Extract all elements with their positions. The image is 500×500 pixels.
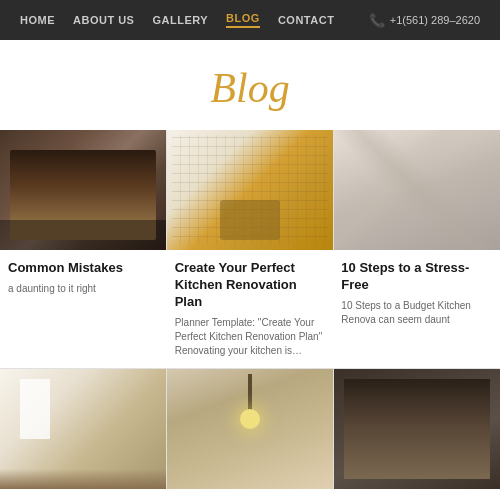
blog-card-4[interactable] <box>0 369 167 489</box>
blog-section: Common Mistakes a daunting to it right C… <box>0 130 500 489</box>
nav-gallery[interactable]: GALLERY <box>152 14 208 26</box>
card-excerpt-2: Planner Template: "Create Your Perfect K… <box>175 316 326 358</box>
card-thumbnail-2 <box>167 130 334 250</box>
phone-icon: 📞 <box>369 13 385 28</box>
blog-row-2 <box>0 369 500 489</box>
blog-card-3[interactable]: 10 Steps to a Stress-Free 10 Steps to a … <box>333 130 500 368</box>
nav-home[interactable]: HOME <box>20 14 55 26</box>
card-thumbnail-3 <box>334 130 500 250</box>
card-image-6 <box>333 369 500 489</box>
phone-number[interactable]: 📞 +1(561) 289–2620 <box>369 13 480 28</box>
card-title-3: 10 Steps to a Stress-Free <box>341 260 492 294</box>
page-title-section: Blog <box>0 40 500 130</box>
card-excerpt-1: a daunting to it right <box>8 282 159 296</box>
card-image-4 <box>0 369 167 489</box>
main-header: HOME ABOUT US GALLERY BLOG CONTACT 📞 +1(… <box>0 0 500 40</box>
page-title: Blog <box>0 64 500 112</box>
card-thumbnail-6 <box>334 369 500 489</box>
nav-about[interactable]: ABOUT US <box>73 14 134 26</box>
card-title-2: Create Your Perfect Kitchen Renovation P… <box>175 260 326 311</box>
card-content-1: Common Mistakes a daunting to it right <box>0 250 167 306</box>
card-content-2: Create Your Perfect Kitchen Renovation P… <box>167 250 334 368</box>
card-thumbnail-5 <box>167 369 334 489</box>
card-content-3: 10 Steps to a Stress-Free 10 Steps to a … <box>333 250 500 337</box>
blog-card-2[interactable]: Create Your Perfect Kitchen Renovation P… <box>167 130 334 368</box>
card-thumbnail-1 <box>0 130 166 250</box>
main-nav: HOME ABOUT US GALLERY BLOG CONTACT <box>20 12 334 28</box>
blog-card-6[interactable] <box>333 369 500 489</box>
blog-row-1: Common Mistakes a daunting to it right C… <box>0 130 500 368</box>
blog-card-5[interactable] <box>167 369 334 489</box>
card-image-3 <box>333 130 500 250</box>
blog-card-1[interactable]: Common Mistakes a daunting to it right <box>0 130 167 368</box>
nav-blog[interactable]: BLOG <box>226 12 260 28</box>
card-image-2 <box>167 130 334 250</box>
card-excerpt-3: 10 Steps to a Budget Kitchen Renova can … <box>341 299 492 327</box>
card-title-1: Common Mistakes <box>8 260 159 277</box>
card-thumbnail-4 <box>0 369 166 489</box>
nav-contact[interactable]: CONTACT <box>278 14 334 26</box>
card-image-1 <box>0 130 167 250</box>
card-image-5 <box>167 369 334 489</box>
